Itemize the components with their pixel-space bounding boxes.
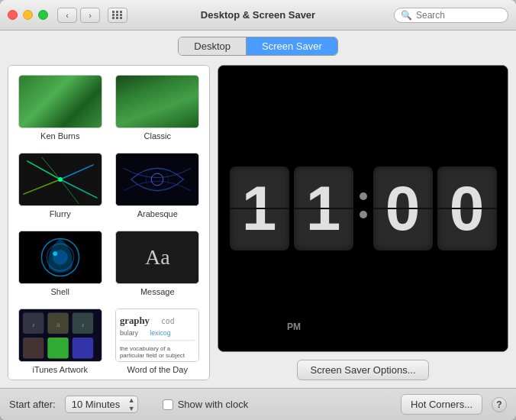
tab-screen-saver[interactable]: Screen Saver xyxy=(247,37,337,55)
help-button[interactable]: ? xyxy=(492,397,507,412)
traffic-lights xyxy=(8,10,48,20)
saver-thumb-itunes: ♪ ♫ ♪ xyxy=(18,309,102,362)
show-clock-wrap: Show with clock xyxy=(163,399,248,410)
svg-text:the vocabulary of a: the vocabulary of a xyxy=(120,345,171,352)
flip-clock: 1 1 0 0 xyxy=(230,166,497,250)
minimize-button[interactable] xyxy=(23,10,33,20)
search-bar[interactable]: 🔍 xyxy=(394,8,508,23)
svg-text:bulary: bulary xyxy=(120,329,139,337)
svg-rect-7 xyxy=(116,153,198,206)
saver-label-word: Word of the Day xyxy=(127,365,188,374)
hour-tens: 1 xyxy=(230,166,289,250)
show-clock-checkbox[interactable] xyxy=(163,399,173,410)
search-input[interactable] xyxy=(416,10,501,21)
period-label: PM xyxy=(287,321,301,332)
window-title: Desktop & Screen Saver xyxy=(201,9,315,21)
saver-item-shell[interactable]: Shell xyxy=(15,228,106,299)
svg-line-2 xyxy=(23,179,60,194)
saver-thumb-arabesque xyxy=(115,153,199,206)
main-window: ‹ › Desktop & Screen Saver 🔍 Desktop Scr… xyxy=(0,0,516,420)
svg-line-0 xyxy=(27,161,60,179)
screen-saver-options-button[interactable]: Screen Saver Options... xyxy=(297,360,428,380)
show-clock-label: Show with clock xyxy=(178,399,248,410)
saver-label-message: Message xyxy=(140,287,175,296)
bottom-bar: Start after: 1 Minute 2 Minutes 5 Minute… xyxy=(0,388,516,420)
start-after-dropdown-wrap: 1 Minute 2 Minutes 5 Minutes 10 Minutes … xyxy=(65,396,138,413)
saver-list-panel[interactable]: Ken Burns Classic xyxy=(8,65,210,380)
saver-thumb-ken-burns xyxy=(18,75,102,128)
svg-point-14 xyxy=(53,251,57,256)
main-content: Ken Burns Classic xyxy=(0,62,516,388)
svg-text:♫: ♫ xyxy=(56,321,60,328)
maximize-button[interactable] xyxy=(38,10,48,20)
start-after-dropdown[interactable]: 1 Minute 2 Minutes 5 Minutes 10 Minutes … xyxy=(65,396,138,413)
svg-text:♪: ♪ xyxy=(31,321,34,328)
svg-line-1 xyxy=(60,165,94,179)
saver-label-classic: Classic xyxy=(144,131,171,141)
saver-thumb-shell xyxy=(18,231,102,284)
grid-icon xyxy=(112,11,123,19)
minutes-group: 0 0 xyxy=(373,166,497,250)
tab-bar: Desktop Screen Saver xyxy=(0,31,516,62)
svg-text:particular field or subject: particular field or subject xyxy=(120,352,185,359)
saver-item-itunes[interactable]: ♪ ♫ ♪ iTunes Artwork xyxy=(15,305,106,377)
hours-group: 1 1 xyxy=(230,166,353,250)
saver-thumb-flurry xyxy=(18,153,102,206)
preview-box: 1 1 0 0 PM xyxy=(218,65,508,352)
svg-rect-21 xyxy=(72,338,92,358)
saver-item-arabesque[interactable]: Arabesque xyxy=(112,150,204,221)
minute-ones: 0 xyxy=(437,166,497,250)
minute-tens: 0 xyxy=(373,166,433,250)
saver-label-arabesque: Arabesque xyxy=(137,209,178,218)
back-button[interactable]: ‹ xyxy=(57,8,77,23)
hour-ones: 1 xyxy=(294,166,353,250)
svg-line-5 xyxy=(60,179,79,204)
svg-point-6 xyxy=(58,177,63,182)
saver-label-shell: Shell xyxy=(51,287,69,296)
saver-item-flurry[interactable]: Flurry xyxy=(15,150,106,221)
saver-thumb-message: Aa xyxy=(115,231,199,284)
forward-button[interactable]: › xyxy=(80,8,100,23)
start-after-label: Start after: xyxy=(9,399,56,410)
close-button[interactable] xyxy=(8,10,18,20)
saver-item-classic[interactable]: Classic xyxy=(112,72,204,144)
saver-label-itunes: iTunes Artwork xyxy=(33,365,88,374)
preview-panel: 1 1 0 0 PM xyxy=(218,65,508,380)
svg-text:lexicog: lexicog xyxy=(150,329,171,337)
saver-grid: Ken Burns Classic xyxy=(8,66,209,380)
separator-dot-top xyxy=(360,192,367,200)
nav-buttons: ‹ › xyxy=(57,8,100,23)
svg-line-4 xyxy=(41,157,60,179)
svg-rect-19 xyxy=(23,338,44,358)
search-icon: 🔍 xyxy=(401,10,412,21)
tab-group: Desktop Screen Saver xyxy=(178,37,337,56)
saver-item-word[interactable]: graphy cod bulary lexicog the vocabulary… xyxy=(112,305,204,377)
svg-rect-20 xyxy=(47,338,68,358)
svg-text:cod: cod xyxy=(161,317,175,325)
svg-text:♪: ♪ xyxy=(81,321,84,328)
svg-line-3 xyxy=(60,179,98,198)
options-button-wrap: Screen Saver Options... xyxy=(218,360,508,380)
saver-item-ken-burns[interactable]: Ken Burns xyxy=(15,72,106,144)
titlebar: ‹ › Desktop & Screen Saver 🔍 xyxy=(0,0,516,31)
saver-label-flurry: Flurry xyxy=(50,209,71,218)
grid-view-button[interactable] xyxy=(108,8,127,23)
hot-corners-button[interactable]: Hot Corners... xyxy=(401,394,482,415)
svg-text:graphy: graphy xyxy=(120,315,150,326)
tab-desktop[interactable]: Desktop xyxy=(179,37,247,55)
saver-thumb-classic xyxy=(115,75,199,128)
saver-item-message[interactable]: Aa Message xyxy=(112,228,204,299)
saver-thumb-word: graphy cod bulary lexicog the vocabulary… xyxy=(115,309,199,362)
separator-dot-bottom xyxy=(360,211,367,218)
saver-label-ken-burns: Ken Burns xyxy=(40,131,79,141)
